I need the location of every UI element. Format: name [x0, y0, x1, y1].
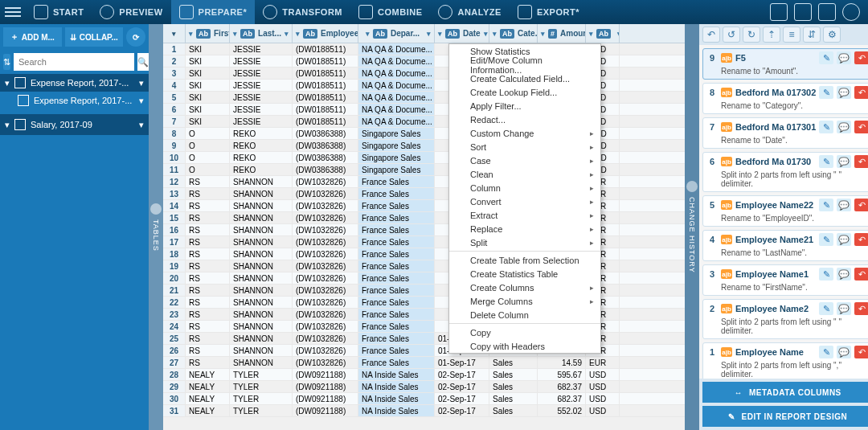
collapse-button[interactable]: ⇊ COLLAP... — [65, 27, 124, 47]
edit-icon[interactable]: ✎ — [819, 121, 833, 133]
search-icon[interactable]: 🔍 — [137, 53, 149, 71]
edit-icon[interactable]: ✎ — [819, 86, 833, 99]
menu-item[interactable]: Merge Columns▸ — [449, 294, 600, 308]
column-header[interactable]: ▾Ab▾ — [586, 24, 620, 43]
comment-icon[interactable]: 💬 — [837, 155, 851, 168]
menu-item[interactable]: Clean▸ — [449, 167, 600, 181]
table-row[interactable]: 10OREKO(DW0386388)Singapore Sales54.33SG… — [163, 152, 685, 164]
comment-icon[interactable]: 💬 — [837, 51, 851, 64]
history-card[interactable]: 1a|bEmployee Name✎💬↶Split into 2 parts f… — [702, 342, 868, 379]
menu-item[interactable]: Column▸ — [449, 181, 600, 195]
nav-transform[interactable]: TRANSFORM — [255, 0, 350, 24]
column-header[interactable]: ▾AbCate...▾ — [489, 24, 538, 43]
revert-icon[interactable]: ↶ — [854, 302, 868, 315]
edit-icon[interactable]: ✎ — [819, 155, 833, 168]
history-card[interactable]: 9a|bF5✎💬↶Rename to "Amount". — [702, 48, 868, 80]
column-header[interactable]: ▾AbEmployeeID▾ — [293, 24, 358, 43]
book-icon[interactable] — [818, 3, 836, 21]
revert-icon[interactable]: ↶ — [854, 233, 868, 246]
table-row[interactable]: 7SKIJESSIE(DW0188511)NA QA & Docume...30… — [163, 116, 685, 128]
column-header[interactable]: ▾AbLast...▾ — [230, 24, 293, 43]
table-row[interactable]: 18RSSHANNON(DW1032826)France Sales84.73E… — [163, 248, 685, 260]
history-sort-icon[interactable]: ⇵ — [803, 27, 821, 43]
history-card[interactable]: 8a|bBedford Ma 017302✎💬↶Rename to "Categ… — [702, 83, 868, 114]
table-row[interactable]: 24RSSHANNON(DW1032826)France Sales13.52E… — [163, 321, 685, 333]
menu-item[interactable]: Extract▸ — [449, 208, 600, 222]
history-card[interactable]: 7a|bBedford Ma 017301✎💬↶Rename to "Date"… — [702, 117, 868, 149]
table-row[interactable]: 11OREKO(DW0386388)Singapore Sales88.64SG… — [163, 164, 685, 176]
comment-icon[interactable]: 💬 — [837, 346, 851, 358]
revert-icon[interactable]: ↶ — [854, 155, 868, 168]
hamburger-icon[interactable] — [5, 4, 21, 20]
nav-analyze[interactable]: ANALYZE — [430, 0, 509, 24]
table-row[interactable]: 2SKIJESSIE(DW0188511)NA QA & Docume...30… — [163, 55, 685, 68]
table-row[interactable]: 19RSSHANNON(DW1032826)France Sales34.33E… — [163, 260, 685, 272]
nav-combine[interactable]: COMBINE — [350, 0, 430, 24]
column-header[interactable]: ▾AbDate▾ — [435, 24, 489, 43]
history-card[interactable]: 5a|bEmployee Name22✎💬↶Rename to "Employe… — [702, 195, 868, 227]
comment-icon[interactable]: 💬 — [837, 268, 851, 281]
search-input[interactable] — [14, 53, 134, 71]
add-button[interactable]: ＋ ADD M... — [3, 27, 62, 47]
table-row[interactable]: 17RSSHANNON(DW1032826)France Sales22.37E… — [163, 236, 685, 248]
table-row[interactable]: 6SKIJESSIE(DW0188511)NA QA & Docume...13… — [163, 104, 685, 116]
menu-item[interactable]: Copy — [449, 326, 600, 339]
comment-icon[interactable]: 💬 — [837, 302, 851, 315]
history-up-icon[interactable]: ⇡ — [763, 27, 780, 43]
table-row[interactable]: 22RSSHANNON(DW1032826)France Sales23.44E… — [163, 297, 685, 309]
revert-icon[interactable]: ↶ — [854, 268, 868, 281]
table-row[interactable]: 20RSSHANNON(DW1032826)France Sales64.73E… — [163, 272, 685, 285]
comment-icon[interactable]: 💬 — [837, 121, 851, 133]
edit-icon[interactable]: ✎ — [819, 302, 833, 315]
edit-icon[interactable]: ✎ — [819, 346, 833, 358]
table-row[interactable]: 15RSSHANNON(DW1032826)France Sales23.50E… — [163, 212, 685, 224]
table-row[interactable]: 30NEALYTYLER(DW0921188)NA Inside Sales02… — [163, 393, 685, 405]
nav-export[interactable]: EXPORT* — [510, 0, 588, 24]
menu-item[interactable]: Replace▸ — [449, 222, 600, 235]
history-prev-icon[interactable]: ↶ — [702, 27, 720, 43]
refresh-icon[interactable]: ⟳ — [126, 27, 145, 47]
menu-item[interactable]: Apply Filter... — [449, 99, 600, 113]
table-row[interactable]: 12RSSHANNON(DW1032826)France Sales71.12E… — [163, 176, 685, 188]
menu-item[interactable]: Edit/Move Column Information... — [449, 58, 600, 72]
revert-icon[interactable]: ↶ — [854, 346, 868, 358]
gear-icon[interactable] — [842, 3, 860, 21]
metadata-columns-button[interactable]: ↔METADATA COLUMNS — [702, 382, 868, 403]
menu-item[interactable]: Convert▸ — [449, 195, 600, 208]
sort-icon[interactable]: ⇅ — [3, 54, 10, 70]
table-row[interactable]: 23RSSHANNON(DW1032826)France Sales8.54EU… — [163, 309, 685, 321]
nav-preview[interactable]: PREVIEW — [92, 0, 170, 24]
menu-item[interactable]: Redact... — [449, 113, 600, 126]
comment-icon[interactable]: 💬 — [837, 233, 851, 246]
column-header[interactable]: ▾AbFirst...▾ — [186, 24, 230, 43]
revert-icon[interactable]: ↶ — [854, 199, 868, 211]
menu-item[interactable]: Copy with Headers — [449, 339, 600, 353]
panel-icon[interactable] — [794, 3, 812, 21]
menu-item[interactable]: Create Statistics Table — [449, 267, 600, 281]
history-filter-icon[interactable]: ≡ — [783, 27, 800, 43]
undo-icon[interactable]: ↺ — [723, 27, 740, 43]
tree-item[interactable]: ▾Expense Report, 2017-...▾ — [0, 74, 149, 92]
revert-icon[interactable]: ↶ — [854, 121, 868, 133]
table-row[interactable]: 9OREKO(DW0386388)Singapore Sales41.83SGD — [163, 140, 685, 152]
edit-icon[interactable]: ✎ — [819, 51, 833, 64]
table-row[interactable]: 16RSSHANNON(DW1032826)France Sales84.68E… — [163, 224, 685, 236]
table-row[interactable]: 29NEALYTYLER(DW0921188)NA Inside Sales02… — [163, 381, 685, 393]
menu-item[interactable]: Custom Change▸ — [449, 126, 600, 140]
table-row[interactable]: 31NEALYTYLER(DW0921188)NA Inside Sales02… — [163, 405, 685, 417]
table-row[interactable]: 21RSSHANNON(DW1032826)France Sales31.81E… — [163, 285, 685, 297]
history-settings-icon[interactable]: ⚙ — [823, 27, 841, 43]
column-header[interactable]: ▾AbDepar...▾ — [358, 24, 435, 43]
menu-item[interactable]: Sort▸ — [449, 140, 600, 154]
history-card[interactable]: 3a|bEmployee Name1✎💬↶Rename to "FirstNam… — [702, 264, 868, 296]
info-icon[interactable] — [770, 3, 788, 21]
edit-icon[interactable]: ✎ — [819, 268, 833, 281]
edit-icon[interactable]: ✎ — [819, 199, 833, 211]
tree-item[interactable]: Expense Report, 2017-...▾ — [0, 92, 149, 109]
history-card[interactable]: 2a|bEmployee Name2✎💬↶Split into 2 parts … — [702, 299, 868, 339]
column-header[interactable]: ▾#Amount▾ — [538, 24, 586, 43]
table-row[interactable]: 8OREKO(DW0386388)Singapore Sales68.57SGD — [163, 128, 685, 140]
history-strip[interactable]: CHANGE HISTORY — [685, 24, 699, 430]
edit-icon[interactable]: ✎ — [819, 233, 833, 246]
history-card[interactable]: 6a|bBedford Ma 01730✎💬↶Split into 2 part… — [702, 152, 868, 192]
